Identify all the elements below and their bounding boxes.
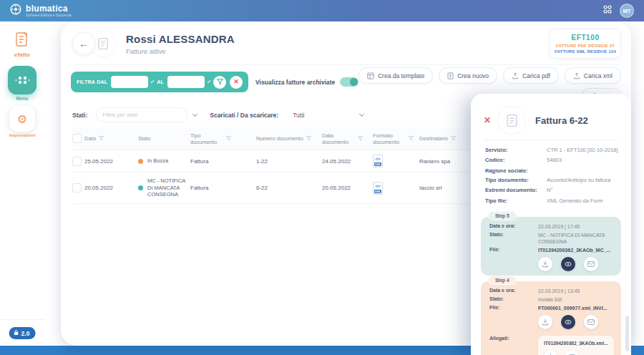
eye-icon <box>565 319 572 325</box>
funnel-icon[interactable] <box>99 136 104 141</box>
cell-tipo: Fattura <box>190 158 256 165</box>
invoice-doc-icon <box>497 106 526 135</box>
sidebar: efatto Menu ⚙ Impostazioni 2.0 <box>0 21 44 346</box>
select-all-checkbox[interactable] <box>72 134 82 143</box>
filter-from-label: FILTRA DAL <box>77 79 107 84</box>
field-value: Acconto/Anticipo su fattura <box>547 177 610 184</box>
funnel-icon[interactable] <box>226 136 231 141</box>
close-icon: ✕ <box>484 115 491 125</box>
sidebar-item-menu[interactable] <box>8 66 36 94</box>
user-avatar[interactable]: MT <box>620 4 634 18</box>
carica-pdf-button[interactable]: Carica pdf <box>503 67 559 84</box>
code-glyph: </> <box>375 157 380 161</box>
close-icon: ✕ <box>233 79 239 85</box>
xml-file-icon[interactable]: </>XML <box>373 155 383 167</box>
cell-numero: 1-22 <box>256 158 322 165</box>
apply-filter-button[interactable] <box>213 76 226 89</box>
field-label: Tipo documento: <box>485 177 547 184</box>
step-datetime-value: 22.03.2019 | 13:45 <box>538 288 580 294</box>
funnel-icon[interactable] <box>358 136 363 141</box>
step-datetime-label: Data e ora: <box>489 288 538 294</box>
email-allegato-button[interactable] <box>565 350 578 355</box>
upload-icon <box>512 72 519 79</box>
upload-icon <box>573 72 580 79</box>
col-destinatario: Destinatario <box>419 135 448 142</box>
brand-name: blumatica <box>26 4 72 13</box>
download-file-button[interactable] <box>538 315 552 329</box>
sidebar-item-impostazioni[interactable]: ⚙ <box>9 106 35 132</box>
invoice-detail-panel: ✕ Fattura 6-22 Servizio:CTR 1 - EFT100 [… <box>471 94 631 355</box>
col-tipo-documento: Tipo documento <box>190 132 223 145</box>
step-stato-label: Stato: <box>489 232 538 245</box>
panel-scrollbar[interactable] <box>625 316 629 351</box>
efatto-label: efatto <box>0 52 44 58</box>
sidebar-item-menu-label: Menu <box>0 96 44 101</box>
filter-to-input[interactable] <box>167 76 205 88</box>
email-file-button[interactable] <box>584 257 598 271</box>
funnel-icon[interactable] <box>409 136 414 141</box>
chevron-down-icon[interactable] <box>192 111 197 116</box>
stati-filter-input[interactable] <box>102 112 181 118</box>
funnel-icon[interactable] <box>451 136 456 141</box>
cell-stato: In Bozza <box>147 157 168 164</box>
field-label: Ragione sociale: <box>485 167 547 174</box>
lock-icon <box>14 329 19 337</box>
download-icon <box>542 261 549 268</box>
scaricati-selected-value: Tutti <box>293 112 304 119</box>
view-file-button[interactable] <box>561 315 575 329</box>
archived-toggle[interactable] <box>340 77 358 87</box>
xml-file-icon[interactable]: </>XML <box>373 182 383 195</box>
crea-da-template-button[interactable]: Crea da template <box>358 67 433 84</box>
step-tab: Step 5 <box>488 211 517 220</box>
col-data-documento: Data documento <box>322 132 355 145</box>
stati-filter-input-wrap <box>96 107 187 122</box>
plan-xml-residue: FATTURE XML RESIDUE 124 <box>553 49 618 54</box>
status-dot <box>138 185 143 190</box>
apps-grid-icon[interactable] <box>602 4 613 17</box>
row-checkbox[interactable] <box>72 183 82 193</box>
view-file-button[interactable] <box>561 257 575 271</box>
email-file-button[interactable] <box>584 315 598 329</box>
brand-tagline: Software Edilizia e Sicurezza <box>26 14 72 18</box>
sidebar-divider <box>0 319 44 320</box>
plan-pdf-residue: FATTURE PDF RESIDUE 27 <box>553 44 618 48</box>
scaricati-label: Scaricati / Da scaricare: <box>210 112 278 119</box>
step-file-label: File: <box>489 305 538 311</box>
sidebar-active-notch <box>36 73 52 89</box>
scaricati-select[interactable]: Tutti <box>287 107 356 122</box>
download-file-button[interactable] <box>538 257 552 271</box>
xml-badge: XML <box>374 190 381 193</box>
field-label: Codice: <box>485 157 547 164</box>
plan-credits-box: EFT100 FATTURE PDF RESIDUE 27 FATTURE XM… <box>550 29 621 59</box>
chevron-down-icon[interactable] <box>359 111 364 116</box>
step-card-5: Step 5 Data e ora:22.03.2019 | 17:45 Sta… <box>481 217 621 276</box>
step-stato-label: Stato: <box>489 296 538 303</box>
sidebar-item-impostazioni-label: Impostazioni <box>0 133 44 137</box>
carica-xml-button[interactable]: Carica xml <box>565 67 621 84</box>
funnel-icon[interactable] <box>306 136 311 141</box>
download-allegato-button[interactable] <box>544 350 557 355</box>
step-file-value: FT000001_009977.xml_INVI... <box>538 305 608 311</box>
page-title: Rossi ALESSANDRA <box>126 33 235 45</box>
field-label: Estremi documento: <box>485 187 547 194</box>
col-numero-documento: Numero documento <box>256 135 303 142</box>
row-checkbox[interactable] <box>72 157 82 166</box>
download-icon <box>542 318 549 326</box>
header-divider <box>72 64 620 65</box>
crea-nuovo-button[interactable]: Crea nuovo <box>439 67 497 84</box>
plan-name: EFT100 <box>553 34 618 42</box>
close-panel-button[interactable]: ✕ <box>484 115 491 125</box>
carica-xml-label: Carica xml <box>584 72 613 79</box>
code-glyph: </> <box>375 184 380 188</box>
back-arrow-icon: ← <box>79 38 89 49</box>
field-label: Servizio: <box>485 147 547 154</box>
filter-from-input[interactable] <box>111 76 148 88</box>
archived-toggle-label: Visualizza fatture archiviate <box>255 79 335 86</box>
envelope-icon <box>587 261 595 267</box>
panel-title: Fattura 6-22 <box>535 115 588 126</box>
clear-filter-button[interactable]: ✕ <box>230 76 243 89</box>
back-button[interactable]: ← <box>72 32 95 55</box>
step-datetime-value: 22.03.2019 | 17:45 <box>538 223 580 230</box>
carica-pdf-label: Carica pdf <box>522 72 550 79</box>
version-number: 2.0 <box>21 330 30 337</box>
